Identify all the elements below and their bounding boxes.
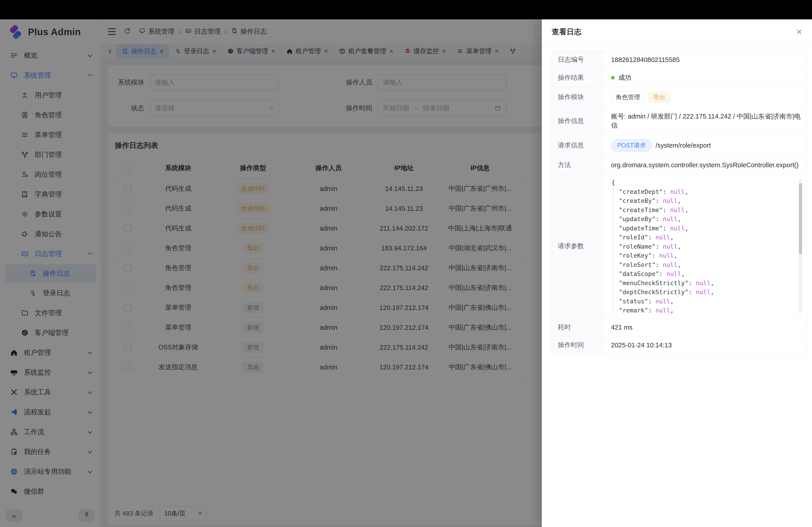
- detail-row-耗时: 耗时421 ms: [552, 318, 806, 336]
- module-tag: 导出: [649, 91, 670, 103]
- detail-label: 方法: [552, 156, 604, 174]
- view-log-drawer: 查看日志 × 日志编号1882612840802115585操作结果成功操作模块…: [542, 19, 812, 527]
- detail-value: 账号: admin / 研发部门 / 222.175.114.242 / 中国|…: [604, 107, 806, 135]
- json-line: "roleSort": null,: [611, 260, 795, 270]
- detail-value: 成功: [604, 69, 806, 87]
- detail-row-日志编号: 日志编号1882612840802115585: [552, 51, 806, 69]
- detail-row-请求参数: 请求参数{ "createDept": null, "createBy": nu…: [552, 174, 806, 318]
- json-line: "updateTime": null,: [611, 224, 795, 233]
- detail-text: 账号: admin / 研发部门 / 222.175.114.242 / 中国|…: [611, 112, 802, 130]
- detail-row-操作信息: 操作信息账号: admin / 研发部门 / 222.175.114.242 /…: [552, 107, 806, 135]
- json-line: "status": null,: [611, 297, 795, 306]
- detail-value: org.dromara.system.controller.system.Sys…: [604, 156, 806, 174]
- detail-value: POST请求/system/role/export: [604, 135, 806, 156]
- detail-label: 耗时: [552, 318, 604, 336]
- detail-text: 1882612840802115585: [611, 56, 680, 63]
- json-line: {: [611, 178, 795, 187]
- detail-value: 2025-01-24 10:14:13: [604, 336, 806, 354]
- detail-row-方法: 方法org.dromara.system.controller.system.S…: [552, 156, 806, 174]
- json-line: "menuCheckStrictly": null,: [611, 278, 795, 288]
- detail-label: 日志编号: [552, 51, 604, 69]
- module-tag: 角色管理: [611, 91, 645, 103]
- detail-text: 421 ms: [611, 324, 633, 331]
- json-line: "createTime": null,: [611, 206, 795, 215]
- detail-row-操作模块: 操作模块角色管理导出: [552, 87, 806, 107]
- detail-value: 421 ms: [604, 318, 806, 336]
- json-scrollbar-thumb[interactable]: [799, 183, 802, 254]
- request-params-json: { "createDept": null, "createBy": null, …: [604, 177, 804, 315]
- json-line: "deptCheckStrictly": null,: [611, 288, 795, 297]
- detail-label: 操作结果: [552, 69, 604, 87]
- detail-label: 操作时间: [552, 336, 604, 354]
- drawer-title: 查看日志: [552, 27, 581, 37]
- detail-label: 请求信息: [552, 135, 604, 156]
- detail-row-操作结果: 操作结果成功: [552, 69, 806, 87]
- post-request-badge: POST请求: [611, 139, 652, 151]
- status-text: 成功: [618, 73, 631, 82]
- detail-value: { "createDept": null, "createBy": null, …: [604, 174, 806, 318]
- json-line: "roleId": null,: [611, 233, 795, 242]
- detail-text: 2025-01-24 10:14:13: [611, 342, 672, 349]
- json-line: "createDept": null,: [611, 187, 795, 197]
- detail-value: 角色管理导出: [604, 87, 806, 107]
- log-detail-table: 日志编号1882612840802115585操作结果成功操作模块角色管理导出操…: [552, 51, 807, 354]
- detail-text: org.dromara.system.controller.system.Sys…: [611, 161, 799, 169]
- app-window: Plus Admin 概览系统管理用户管理角色管理菜单管理部门管理岗位管理字典管…: [0, 19, 812, 527]
- json-line: "roleName": null,: [611, 242, 795, 251]
- detail-row-请求信息: 请求信息POST请求/system/role/export: [552, 135, 806, 156]
- json-line: "createBy": null,: [611, 196, 795, 206]
- detail-label: 请求参数: [552, 174, 604, 318]
- json-line: "remark": null,: [611, 306, 795, 315]
- json-line: "roleKey": null,: [611, 251, 795, 260]
- indent-guide: [613, 188, 613, 314]
- detail-row-操作时间: 操作时间2025-01-24 10:14:13: [552, 336, 806, 354]
- success-dot-icon: [611, 76, 615, 79]
- detail-label: 操作信息: [552, 107, 604, 135]
- json-line: "dataScope": null,: [611, 269, 795, 278]
- json-line: "updateBy": null,: [611, 215, 795, 224]
- detail-label: 操作模块: [552, 87, 604, 107]
- close-icon[interactable]: ×: [796, 27, 802, 37]
- json-scrollbar: [799, 179, 802, 313]
- drawer-header: 查看日志 ×: [542, 19, 812, 44]
- drawer-body: 日志编号1882612840802115585操作结果成功操作模块角色管理导出操…: [542, 44, 812, 354]
- detail-value: 1882612840802115585: [604, 51, 806, 69]
- request-url: /system/role/export: [656, 142, 711, 149]
